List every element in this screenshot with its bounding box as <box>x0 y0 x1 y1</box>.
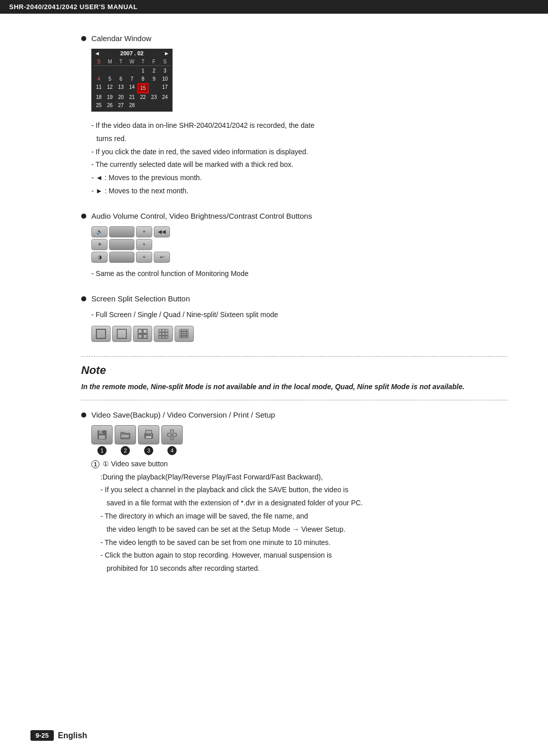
audio-section: Audio Volume Control, Video Brightness/C… <box>81 212 507 280</box>
save-buttons-group: 1 2 <box>91 425 507 455</box>
save-btn-num-2: 2 <box>121 446 130 455</box>
audio-description: - Same as the control function of Monito… <box>91 268 507 280</box>
svg-rect-28 <box>180 336 182 338</box>
cal-week-5: 25 26 27 28 <box>93 101 170 110</box>
circle-1: 1 <box>91 460 99 468</box>
svg-rect-37 <box>146 430 152 434</box>
contrast-extra-btn[interactable]: ↩ <box>154 252 170 263</box>
floppy-icon <box>96 429 108 440</box>
svg-rect-24 <box>180 334 182 336</box>
svg-rect-11 <box>162 333 165 335</box>
control-buttons-group: 🔈 + ◀◀ ☀ + ◑ + ↩ <box>91 226 507 263</box>
print-icon <box>143 429 154 440</box>
svg-rect-15 <box>165 336 168 338</box>
language-label: English <box>58 731 87 740</box>
calendar-title-row: Calendar Window <box>81 34 507 43</box>
svg-rect-8 <box>162 329 165 332</box>
brightness-icon: ☀ <box>91 239 108 250</box>
save-btn-3-wrapper: 3 <box>138 425 159 455</box>
nine-split-icon <box>158 328 169 339</box>
vs-desc-7: prohibited for 10 seconds after recordin… <box>91 563 507 575</box>
audio-mute-btn[interactable]: ◀◀ <box>154 226 170 237</box>
fullscreen-btn[interactable] <box>91 326 111 342</box>
calendar-description: - If the video data in on-line SHR-2040/… <box>91 120 507 197</box>
cal-day-m: M <box>105 59 116 64</box>
svg-rect-30 <box>184 336 186 338</box>
vs-desc-3: - The directory in which an image will b… <box>91 510 507 523</box>
contrast-icon: ◑ <box>91 252 108 263</box>
manual-title: SHR-2040/2041/2042 USER'S MANUAL <box>9 3 138 11</box>
print-button[interactable] <box>138 425 159 444</box>
audio-decrease-btn[interactable]: 🔈 <box>91 226 108 237</box>
svg-rect-1 <box>96 329 106 338</box>
split-desc-1: - Full Screen / Single / Quad / Nine-spl… <box>91 309 507 321</box>
save-btn-2-wrapper: 2 <box>115 425 136 455</box>
note-body: In the remote mode, Nine-split Mode is n… <box>81 381 507 392</box>
brightness-increase-btn[interactable]: + <box>136 239 152 250</box>
vs-desc-2: saved in a file format with the extensio… <box>91 497 507 509</box>
video-save-button[interactable] <box>91 425 113 444</box>
svg-rect-23 <box>187 332 189 334</box>
cal-prev-button[interactable]: ◄ <box>94 50 100 56</box>
bullet-icon-2 <box>81 214 86 219</box>
cal-day-w: W <box>126 59 138 64</box>
cal-day-s: S <box>93 59 105 64</box>
audio-section-title: Audio Volume Control, Video Brightness/C… <box>91 212 312 220</box>
split-buttons-group <box>91 326 507 342</box>
bullet-icon-3 <box>81 296 86 301</box>
audio-bar <box>109 226 134 237</box>
svg-rect-34 <box>99 435 105 439</box>
setup-button[interactable] <box>161 425 183 444</box>
cal-day-t2: T <box>138 59 149 64</box>
cal-next-button[interactable]: ► <box>164 50 169 56</box>
page-header: SHR-2040/2041/2042 USER'S MANUAL <box>0 0 548 14</box>
svg-rect-10 <box>159 333 161 335</box>
note-section: Note In the remote mode, Nine-split Mode… <box>81 356 507 400</box>
vs-desc-4: the video length to be saved can be set … <box>91 524 507 536</box>
svg-rect-19 <box>187 329 189 331</box>
svg-rect-16 <box>180 329 182 331</box>
note-heading: Note <box>81 364 507 377</box>
cal-week-4: 18 19 20 21 22 23 24 <box>93 93 170 101</box>
audio-increase-btn[interactable]: + <box>136 226 152 237</box>
audio-desc-1: - Same as the control function of Monito… <box>91 268 507 280</box>
calendar-widget: ◄ 2007 . 02 ► S M T W T F S <box>91 49 173 112</box>
svg-rect-31 <box>187 336 189 338</box>
main-content: Calendar Window ◄ 2007 . 02 ► S M T W T … <box>0 14 548 609</box>
contrast-increase-btn[interactable]: + <box>136 252 152 263</box>
cal-week-2: 4 5 6 7 8 9 10 <box>93 75 170 83</box>
split-section-title: Screen Split Selection Button <box>91 294 190 303</box>
svg-rect-4 <box>143 329 147 333</box>
cal-month-year: 2007 . 02 <box>120 50 144 56</box>
cal-week-3: 11 12 13 14 15 17 <box>93 83 170 93</box>
svg-rect-6 <box>143 334 147 338</box>
cal-days-header: S M T W T F S <box>93 59 170 66</box>
sixteen-split-btn[interactable] <box>175 326 194 342</box>
page-footer: 9-25 English <box>30 730 87 741</box>
svg-rect-9 <box>165 329 168 332</box>
nine-split-btn[interactable] <box>154 326 173 342</box>
video-save-label: 1 ① Video save button <box>91 458 507 470</box>
single-btn[interactable] <box>112 326 131 342</box>
brightness-bar <box>109 239 134 250</box>
svg-rect-29 <box>182 336 184 338</box>
bullet-icon-4 <box>81 413 86 418</box>
vs-desc-0: :During the playback(Play/Reverse Play/F… <box>91 471 507 484</box>
calendar-grid: S M T W T F S 1 2 3 <box>91 58 173 112</box>
cal-day-f: F <box>149 59 160 64</box>
quad-btn[interactable] <box>133 326 152 342</box>
setup-icon <box>166 429 178 440</box>
save-btn-num-4: 4 <box>167 446 177 455</box>
audio-title-row: Audio Volume Control, Video Brightness/C… <box>81 212 507 220</box>
cal-desc-4: - ◄ : Moves to the previous month. <box>91 172 507 184</box>
svg-rect-27 <box>187 334 189 336</box>
fullscreen-icon <box>95 328 107 339</box>
cal-day-t1: T <box>115 59 126 64</box>
video-open-button[interactable] <box>115 425 136 444</box>
calendar-section: Calendar Window ◄ 2007 . 02 ► S M T W T … <box>81 34 507 197</box>
save-section-title: Video Save(Backup) / Video Conversion / … <box>91 410 275 419</box>
cal-desc-2: - If you click the date in red, the save… <box>91 146 507 158</box>
save-btn-num-1: 1 <box>97 446 107 455</box>
svg-rect-18 <box>184 329 186 331</box>
save-btn-1-wrapper: 1 <box>91 425 113 455</box>
